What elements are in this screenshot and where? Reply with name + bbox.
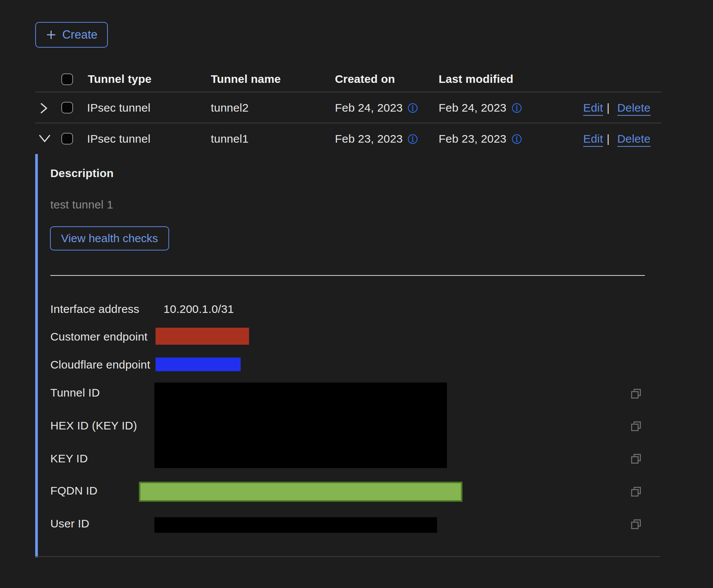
copy-icon[interactable]: [630, 388, 642, 400]
redaction-box-customer-endpoint: [156, 328, 249, 345]
column-header-tunnel-name: Tunnel name: [211, 72, 281, 86]
edit-link[interactable]: Edit: [583, 132, 603, 146]
description-text: test tunnel 1: [50, 198, 113, 212]
copy-icon[interactable]: [630, 453, 642, 465]
field-label-tunnel-id: Tunnel ID: [50, 386, 100, 400]
expanded-row-indicator-bar: [35, 154, 38, 557]
field-label-customer-endpoint: Customer endpoint: [50, 330, 148, 344]
chevron-right-icon[interactable]: [38, 102, 50, 114]
row-checkbox[interactable]: [61, 102, 73, 114]
plus-icon: [45, 29, 57, 40]
redaction-box-cloudflare-endpoint: [156, 358, 241, 371]
tunnel-name-cell: tunnel1: [211, 132, 249, 146]
column-header-tunnel-type: Tunnel type: [88, 72, 151, 86]
field-label-fqdn-id: FQDN ID: [50, 484, 98, 498]
copy-icon[interactable]: [630, 420, 642, 432]
last-modified-cell: Feb 24, 2023: [439, 101, 506, 115]
create-button[interactable]: Create: [35, 22, 108, 48]
view-health-checks-label: View health checks: [61, 232, 158, 245]
chevron-down-icon[interactable]: [38, 132, 51, 145]
action-separator: |: [607, 101, 610, 115]
view-health-checks-button[interactable]: View health checks: [50, 226, 169, 250]
delete-link[interactable]: Delete: [617, 132, 651, 146]
action-separator: |: [607, 132, 610, 146]
row-divider: [35, 123, 662, 123]
tunnel-type-cell: IPsec tunnel: [87, 101, 151, 115]
redaction-box-user-id: [154, 517, 437, 533]
column-header-last-modified: Last modified: [439, 72, 514, 86]
column-header-created-on: Created on: [335, 72, 395, 86]
section-divider: [50, 275, 645, 276]
select-all-checkbox[interactable]: [61, 73, 73, 85]
info-icon[interactable]: [408, 134, 418, 144]
copy-icon[interactable]: [630, 518, 642, 530]
field-label-key-id: KEY ID: [50, 451, 88, 466]
field-label-interface-address: Interface address: [50, 302, 139, 316]
create-button-label: Create: [62, 28, 97, 42]
ipsec-tunnels-page: Create Tunnel type Tunnel name Created o…: [0, 0, 713, 588]
tunnel-name-cell: tunnel2: [211, 101, 249, 115]
row-checkbox[interactable]: [61, 133, 73, 145]
info-icon[interactable]: [512, 103, 522, 113]
redaction-box-ids: [154, 383, 447, 468]
description-heading: Description: [50, 166, 114, 180]
copy-icon[interactable]: [630, 486, 642, 498]
field-label-user-id: User ID: [50, 516, 89, 531]
created-on-cell: Feb 24, 2023: [335, 101, 403, 115]
edit-link[interactable]: Edit: [583, 101, 603, 115]
redaction-box-fqdn-id: [139, 482, 462, 502]
last-modified-cell: Feb 23, 2023: [439, 132, 506, 146]
field-label-cloudflare-endpoint: Cloudflare endpoint: [50, 358, 150, 372]
field-label-hex-id: HEX ID (KEY ID): [50, 418, 137, 433]
info-icon[interactable]: [512, 134, 522, 144]
field-value-interface-address: 10.200.1.0/31: [163, 302, 234, 316]
created-on-cell: Feb 23, 2023: [335, 132, 403, 146]
tunnel-type-cell: IPsec tunnel: [87, 132, 151, 146]
info-icon[interactable]: [408, 103, 418, 113]
bottom-divider: [35, 556, 660, 557]
delete-link[interactable]: Delete: [617, 101, 651, 115]
header-divider: [35, 92, 662, 92]
